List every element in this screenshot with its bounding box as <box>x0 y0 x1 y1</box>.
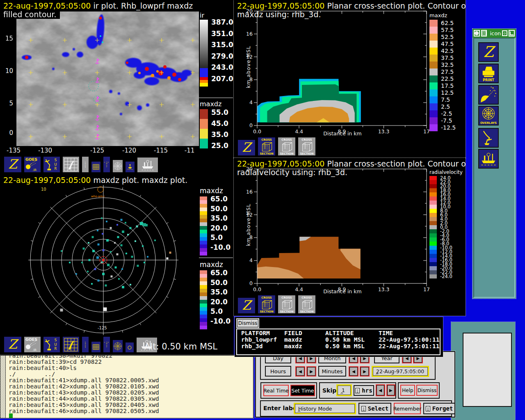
ir-satellite-image[interactable] <box>16 11 199 146</box>
ir-maxdz-colorbar: maxdz 55.045.035.025.0 <box>199 100 234 153</box>
zebra-tool-button[interactable]: Z <box>237 139 256 156</box>
overlays-launcher-button[interactable]: OVERLAYS <box>478 106 499 126</box>
xsect-tool-button[interactable]: CROSSSECTION <box>257 137 276 156</box>
ship-launcher-button[interactable] <box>478 149 499 169</box>
dish-launcher-button[interactable] <box>478 85 499 105</box>
colorbar-segment <box>200 281 207 285</box>
background-window-listbox[interactable] <box>463 333 512 407</box>
window-dot-button[interactable] <box>502 30 507 36</box>
map-tool-button[interactable]: MAP <box>103 336 111 353</box>
step-forward-button[interactable]: ▶ <box>306 366 316 377</box>
colorbar-segment <box>429 96 438 103</box>
xsect-icon: CROSSSECTION <box>258 137 275 155</box>
terminal-scrollbar[interactable] <box>0 356 6 418</box>
svg-text:A: A <box>106 345 107 346</box>
forget-button[interactable]: Forget <box>423 403 455 414</box>
zebra-tool-button[interactable]: Z <box>3 156 22 173</box>
skip-field[interactable]: 1^ <box>336 384 352 396</box>
goes-icon: GOES.IR <box>24 157 41 172</box>
svg-text:Z: Z <box>242 140 253 155</box>
remember-button[interactable]: Remember <box>394 403 421 414</box>
buoy-tool-button[interactable] <box>125 161 135 173</box>
help-button[interactable]: Help <box>400 385 415 396</box>
smallgrid-tool-button[interactable] <box>91 161 101 173</box>
xsect-tool-button[interactable]: CROSSSECTION <box>277 137 296 156</box>
xsect-tool-button[interactable]: CROSSSECTION <box>297 137 316 156</box>
window-iconify-button[interactable] <box>509 30 515 37</box>
cs1-xlabel: Distance in km <box>314 130 371 137</box>
platform-dismiss-button[interactable]: Dismiss <box>237 319 258 327</box>
rings-tool-button[interactable] <box>112 159 123 173</box>
cross-section-radialvelocity-window: 0481216200.04.48.913.317 22-aug-1997,05:… <box>234 158 466 316</box>
step-forward-button[interactable]: ▶ <box>386 384 396 396</box>
lon-tick-label: -11 <box>185 147 195 154</box>
zebra-tool-button[interactable]: Z <box>3 336 22 353</box>
rings-tool-button[interactable] <box>112 339 123 353</box>
colorbar-label: 351.0 <box>211 30 233 38</box>
step-back-button[interactable]: ◀ <box>295 366 305 377</box>
goes-tool-button[interactable]: GOES.IR <box>23 336 41 353</box>
window-menu-button[interactable] <box>474 30 480 37</box>
lon-tick-label: -120 <box>122 147 136 154</box>
colorbar-segment <box>200 318 207 322</box>
colorbar-segment <box>200 307 207 311</box>
icon-window: icon ZPRINTOVERLAYS <box>472 29 516 299</box>
ship-tool-button[interactable] <box>137 157 159 173</box>
lat-tick-label: 5 <box>3 100 13 107</box>
bounds-tool-button[interactable]: BOUNDS <box>81 156 89 173</box>
skip-units-button[interactable]: hrs <box>354 385 374 396</box>
window-doc-button[interactable] <box>481 30 487 37</box>
colorbar-label: 25.0 <box>211 142 228 150</box>
colorbar-segment <box>200 274 207 278</box>
xsect-tool-button[interactable]: CROSSSECTION <box>257 294 276 314</box>
dismiss-button[interactable]: Dismiss <box>416 385 438 396</box>
set-time-button[interactable]: Set Time <box>290 385 315 396</box>
select-button[interactable]: Select <box>358 403 391 414</box>
circle-tool-button[interactable] <box>125 342 135 353</box>
colorbar-segment <box>200 322 207 326</box>
map-tool-button[interactable]: MAP <box>103 156 111 173</box>
print-launcher-button[interactable]: PRINT <box>478 64 499 83</box>
gridant-tool-button[interactable] <box>62 336 80 353</box>
colorbar-segment <box>429 75 438 82</box>
goes-tool-button[interactable]: GOES.IR <box>23 156 41 173</box>
colorbar-segment <box>200 129 208 139</box>
real-time-button[interactable]: Real Time <box>263 385 289 396</box>
colorbar-label: 12.5 <box>441 89 454 96</box>
step-forward-button[interactable]: ▶ <box>360 366 370 377</box>
svg-text:S: S <box>55 338 57 342</box>
hours-button[interactable]: Hours <box>265 366 291 377</box>
colorbar-segment <box>200 196 207 200</box>
xsect-tool-button[interactable]: CROSSSECTION <box>277 294 296 314</box>
step-back-button[interactable]: ◀ <box>376 384 385 396</box>
zebra-launcher-button[interactable]: Z <box>478 42 499 62</box>
colorbar-segment <box>200 219 207 222</box>
ppi-plot-window: 22-aug-1997,05:05:00 maxdz plot. maxdz p… <box>0 174 234 355</box>
colorbar-segment <box>200 222 207 226</box>
colorbar-label: -12.5 <box>441 124 456 131</box>
icon-window-titlebar[interactable]: icon <box>472 29 516 38</box>
bounds-tool-button[interactable]: BOUNDS <box>81 336 89 353</box>
label-field[interactable]: History Mode^ <box>294 403 356 414</box>
smallgrid-tool-button[interactable] <box>91 341 101 353</box>
gridant-tool-button[interactable] <box>62 156 80 173</box>
annotation-bottom: -125 <box>98 326 107 330</box>
sur-tool-button[interactable]: SUR <box>43 156 61 173</box>
terminal-line: rain:beaufait:39>cd 970822 <box>9 359 252 365</box>
time-field[interactable]: 22-Aug-97,5:05:00^ <box>372 366 429 377</box>
y-tick-label: 0 <box>249 280 253 286</box>
step-back-button[interactable]: ◀ <box>349 366 358 377</box>
colorbar-segment <box>429 242 437 246</box>
antenna-launcher-button[interactable] <box>478 128 499 148</box>
svg-text:SECTION: SECTION <box>260 310 274 313</box>
terminal-window[interactable]: rain:beaufait:38>mkdir 970822rain:beaufa… <box>0 355 253 418</box>
svg-text:SECTION: SECTION <box>260 152 274 155</box>
zebra-tool-button[interactable]: Z <box>237 297 256 314</box>
terminal-line: ./ ../ <box>9 371 252 377</box>
arrow-right-icon: ▶ <box>310 369 313 374</box>
sur-tool-button[interactable]: SUR <box>43 336 61 353</box>
icon-window-title: icon <box>488 30 501 37</box>
xsect-tool-button[interactable]: CROSSSECTION <box>297 294 316 314</box>
minutes-button[interactable]: Minutes <box>318 366 346 377</box>
colorbar-segment <box>429 201 437 205</box>
